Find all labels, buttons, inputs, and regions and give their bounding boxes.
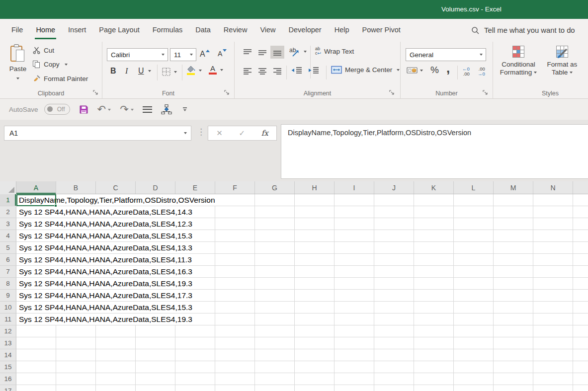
cell-B16[interactable] [56,373,96,385]
cell-N7[interactable] [533,266,573,278]
row-header-7[interactable]: 7 [0,266,16,278]
cell-E15[interactable] [175,361,215,373]
cell-E14[interactable] [175,349,215,361]
cell-A12[interactable] [16,325,56,337]
alignment-dialog-launcher[interactable] [389,90,395,96]
cell-G16[interactable] [255,373,295,385]
cell-I17[interactable] [335,385,374,391]
italic-button[interactable]: I [125,67,128,76]
cell-A9[interactable]: Sys 12 SP44,HANA,HANA,AzureData,SLES4,17… [16,290,215,302]
number-dialog-launcher[interactable] [483,90,489,96]
cell-N15[interactable] [533,361,573,373]
cell-K6[interactable] [414,254,454,266]
cell-A17[interactable] [16,385,56,391]
cell-A13[interactable] [16,337,56,349]
cell-K2[interactable] [414,206,454,218]
cell-K8[interactable] [414,278,454,290]
cell-A11[interactable]: Sys 12 SP44,HANA,HANA,AzureData,SLES4,19… [16,313,215,325]
cell-L14[interactable] [454,349,494,361]
bold-button[interactable]: B [110,67,116,76]
cell-F13[interactable] [215,337,255,349]
cell-partial-1[interactable] [573,194,588,206]
cell-partial-14[interactable] [573,349,588,361]
cell-G7[interactable] [255,266,295,278]
cell-I9[interactable] [335,290,374,302]
cell-M11[interactable] [494,313,533,325]
row-header-4[interactable]: 4 [0,230,16,242]
orientation-button[interactable]: ab [289,47,307,57]
decrease-indent-button[interactable] [291,67,302,74]
column-header-L[interactable]: L [454,181,494,194]
cell-J17[interactable] [374,385,414,391]
column-header-M[interactable]: M [494,181,533,194]
orientation-dropdown[interactable] [304,51,307,53]
cell-A8[interactable]: Sys 12 SP44,HANA,HANA,AzureData,SLES4,19… [16,278,215,290]
cell-K12[interactable] [414,325,454,337]
column-header-J[interactable]: J [374,181,414,194]
cell-N9[interactable] [533,290,573,302]
cell-C12[interactable] [96,325,136,337]
cell-L5[interactable] [454,242,494,254]
cell-N10[interactable] [533,302,573,313]
row-header-13[interactable]: 13 [0,337,16,349]
cell-K1[interactable] [414,194,454,206]
save-button[interactable] [79,105,88,114]
wrap-text-button[interactable]: ab c↩ Wrap Text [315,47,354,56]
formula-bar-input[interactable]: DisplayName,Topology,Tier,Platform,OSDis… [281,124,588,179]
cell-A15[interactable] [16,361,56,373]
cell-M2[interactable] [494,206,533,218]
cell-C14[interactable] [96,349,136,361]
cell-B15[interactable] [56,361,96,373]
tab-home[interactable]: Home [29,19,62,42]
row-header-17[interactable]: 17 [0,385,16,391]
cell-K3[interactable] [414,218,454,230]
cell-G13[interactable] [255,337,295,349]
column-header-G[interactable]: G [255,181,295,194]
cell-J8[interactable] [374,278,414,290]
cell-partial-7[interactable] [573,266,588,278]
number-format-dropdown[interactable] [480,54,483,56]
cell-K17[interactable] [414,385,454,391]
cell-H4[interactable] [295,230,335,242]
cell-L3[interactable] [454,218,494,230]
cell-I11[interactable] [335,313,374,325]
cell-G9[interactable] [255,290,295,302]
cell-M3[interactable] [494,218,533,230]
cell-H13[interactable] [295,337,335,349]
cell-L16[interactable] [454,373,494,385]
cell-H6[interactable] [295,254,335,266]
cell-F16[interactable] [215,373,255,385]
cell-I1[interactable] [335,194,374,206]
cell-A7[interactable]: Sys 12 SP44,HANA,HANA,AzureData,SLES4,16… [16,266,215,278]
cell-J7[interactable] [374,266,414,278]
cell-M5[interactable] [494,242,533,254]
paste-button[interactable]: Paste [5,45,31,81]
cell-D14[interactable] [136,349,175,361]
cell-M6[interactable] [494,254,533,266]
cell-D17[interactable] [136,385,175,391]
cell-G1[interactable] [255,194,295,206]
tab-review[interactable]: Review [217,19,254,42]
cell-L2[interactable] [454,206,494,218]
cell-K13[interactable] [414,337,454,349]
cell-L11[interactable] [454,313,494,325]
accounting-dropdown[interactable] [420,70,423,72]
cell-G3[interactable] [255,218,295,230]
cell-H5[interactable] [295,242,335,254]
cell-D16[interactable] [136,373,175,385]
undo-button[interactable]: ↶ [97,104,111,114]
align-center-button[interactable] [255,65,269,78]
cell-J6[interactable] [374,254,414,266]
column-header-K[interactable]: K [414,181,454,194]
cell-C13[interactable] [96,337,136,349]
cell-J12[interactable] [374,325,414,337]
redo-dropdown[interactable] [131,105,134,114]
fill-color-dropdown[interactable] [199,70,202,72]
cut-button[interactable]: Cut [33,47,54,54]
column-header-B[interactable]: B [56,181,96,194]
cell-N13[interactable] [533,337,573,349]
cell-H1[interactable] [295,194,335,206]
increase-decimal-button[interactable]: ←0 .00 [462,67,470,76]
cell-L8[interactable] [454,278,494,290]
cell-H14[interactable] [295,349,335,361]
